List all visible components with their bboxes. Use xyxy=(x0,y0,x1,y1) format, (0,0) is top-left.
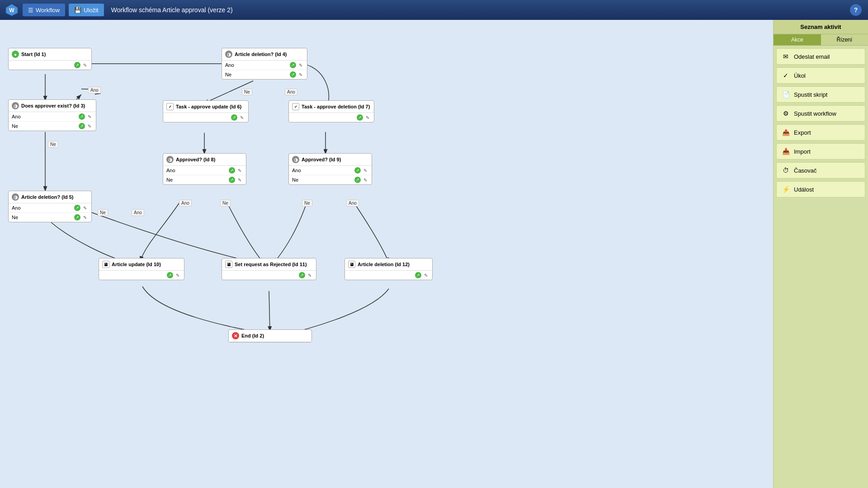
share-icon-n11[interactable]: ↗ xyxy=(299,272,305,278)
import-icon: 📥 xyxy=(781,147,790,156)
edit-icon-n9-ne[interactable]: ✎ xyxy=(362,177,368,183)
edit-icon-n11[interactable]: ✎ xyxy=(307,272,313,278)
main-area: ● Start (Id 1) ↗ ✎ Ano ◑ Does approver e… xyxy=(0,20,868,488)
node-end-label: End (Id 2) xyxy=(241,333,264,338)
node-n12[interactable]: 🖥 Article deletion (Id 12) ↗ ✎ xyxy=(344,258,433,280)
sidebar-item-export[interactable]: 📤 Export xyxy=(776,124,865,141)
sidebar-item-import[interactable]: 📥 Import xyxy=(776,143,865,160)
edit-icon-n12[interactable]: ✎ xyxy=(423,272,429,278)
edit-icon-n10[interactable]: ✎ xyxy=(175,272,181,278)
workflow-icon: ☰ xyxy=(28,7,33,14)
sidebar-item-email[interactable]: ✉ Odeslat email xyxy=(776,48,865,65)
sidebar-item-script-label: Spustit skript xyxy=(794,91,827,98)
node-n11[interactable]: 🖥 Set request as Rejected (Id 11) ↗ ✎ xyxy=(222,258,316,280)
node-n3[interactable]: ◑ Does approver exist? (Id 3) Ano ↗ ✎ Ne… xyxy=(8,99,96,131)
condition-icon-n9: ◑ xyxy=(292,156,299,163)
edit-icon-n9-ano[interactable]: ✎ xyxy=(362,167,368,174)
workflow-button[interactable]: ☰ Workflow xyxy=(23,4,65,16)
edit-icon-n8-ano[interactable]: ✎ xyxy=(236,167,243,174)
edit-icon-n5-ano[interactable]: ✎ xyxy=(82,205,88,211)
node-end-header: ✕ End (Id 2) xyxy=(229,330,311,342)
tab-rizeni[interactable]: Řízení xyxy=(821,34,868,45)
node-n10-label: Article update (Id 10) xyxy=(112,262,161,267)
share-icon-n3-ano[interactable]: ↗ xyxy=(79,113,85,120)
node-n8-header: ◑ Approved? (Id 8) xyxy=(163,154,246,166)
node-n3-ne: Ne ↗ ✎ xyxy=(9,122,96,131)
sidebar-items: ✉ Odeslat email ✓ Úkol 📄 Spustit skript … xyxy=(774,46,868,200)
share-icon[interactable]: ↗ xyxy=(74,62,80,68)
edit-icon-n6[interactable]: ✎ xyxy=(239,114,245,121)
node-n5-ano: Ano ↗ ✎ xyxy=(9,203,91,213)
share-icon-n10[interactable]: ↗ xyxy=(167,272,173,278)
share-icon-n4-ano[interactable]: ↗ xyxy=(290,62,296,68)
node-n5[interactable]: ◑ Article deletion? (Id 5) Ano ↗ ✎ Ne ↗ … xyxy=(8,191,92,222)
email-icon: ✉ xyxy=(781,52,790,61)
node-n9-ano: Ano ↗ ✎ xyxy=(289,166,372,175)
sidebar-item-udalost-label: Událost xyxy=(794,186,814,193)
save-button[interactable]: 💾 Uložit xyxy=(69,4,104,16)
share-icon-n5-ne[interactable]: ↗ xyxy=(74,214,80,221)
edit-icon-n7[interactable]: ✎ xyxy=(364,114,371,121)
node-n7-header: ✓ Task - approve deletion (Id 7) xyxy=(289,101,374,113)
node-n7-label: Task - approve deletion (Id 7) xyxy=(302,104,370,109)
task-icon-n7: ✓ xyxy=(292,103,299,110)
sidebar-item-udalost[interactable]: ⚡ Událost xyxy=(776,181,865,197)
node-n8-label: Approved? (Id 8) xyxy=(176,157,215,162)
share-icon-n12[interactable]: ↗ xyxy=(415,272,421,278)
node-end[interactable]: ✕ End (Id 2) xyxy=(228,329,312,343)
node-n7[interactable]: ✓ Task - approve deletion (Id 7) ↗ ✎ xyxy=(288,100,374,122)
edit-icon[interactable]: ✎ xyxy=(82,62,88,68)
node-n6-label: Task - approve update (Id 6) xyxy=(176,104,241,109)
share-icon-n9-ano[interactable]: ↗ xyxy=(354,167,361,174)
node-n10[interactable]: 🖥 Article update (Id 10) ↗ ✎ xyxy=(99,258,184,280)
edit-icon-n8-ne[interactable]: ✎ xyxy=(236,177,243,183)
arrows-svg xyxy=(0,20,773,488)
node-n8-ano: Ano ↗ ✎ xyxy=(163,166,246,175)
node-start-header: ● Start (Id 1) xyxy=(9,48,91,61)
share-icon-n3-ne[interactable]: ↗ xyxy=(79,123,85,129)
sidebar-header: Seznam aktivit xyxy=(774,20,868,34)
edit-icon-n4-ne[interactable]: ✎ xyxy=(297,71,304,78)
start-icon: ● xyxy=(12,51,19,58)
label-ano-n8: Ano xyxy=(179,200,192,206)
ukol-icon: ✓ xyxy=(781,71,790,80)
node-n9[interactable]: ◑ Approved? (Id 9) Ano ↗ ✎ Ne ↗ ✎ xyxy=(288,153,372,185)
node-n6[interactable]: ✓ Task - approve update (Id 6) ↗ ✎ xyxy=(163,100,249,122)
node-n11-label: Set request as Rejected (Id 11) xyxy=(235,262,307,267)
share-icon-n8-ne[interactable]: ↗ xyxy=(229,177,235,183)
share-icon-n7[interactable]: ↗ xyxy=(357,114,363,121)
edit-icon-n3-ne[interactable]: ✎ xyxy=(86,123,93,129)
save-icon: 💾 xyxy=(74,7,81,14)
node-n9-ne: Ne ↗ ✎ xyxy=(289,175,372,184)
label-ne-n8: Ne xyxy=(220,200,231,206)
sidebar-item-ukol[interactable]: ✓ Úkol xyxy=(776,67,865,84)
node-n8-ne: Ne ↗ ✎ xyxy=(163,175,246,184)
workflow-canvas[interactable]: ● Start (Id 1) ↗ ✎ Ano ◑ Does approver e… xyxy=(0,20,773,488)
tab-akce[interactable]: Akce xyxy=(774,34,821,45)
sidebar-item-import-label: Import xyxy=(794,148,811,155)
edit-icon-n5-ne[interactable]: ✎ xyxy=(82,214,88,221)
condition-icon-n3: ◑ xyxy=(12,102,19,109)
share-icon-n4-ne[interactable]: ↗ xyxy=(290,71,296,78)
edit-icon-n4-ano[interactable]: ✎ xyxy=(297,62,304,68)
node-n8[interactable]: ◑ Approved? (Id 8) Ano ↗ ✎ Ne ↗ ✎ xyxy=(163,153,246,185)
share-icon-n5-ano[interactable]: ↗ xyxy=(74,205,80,211)
help-button[interactable]: ? xyxy=(850,4,862,16)
node-start[interactable]: ● Start (Id 1) ↗ ✎ xyxy=(8,48,92,70)
node-n12-actions: ↗ ✎ xyxy=(345,271,432,280)
share-icon-n9-ne[interactable]: ↗ xyxy=(354,177,361,183)
condition-icon-n5: ◑ xyxy=(12,193,19,201)
node-n4[interactable]: ◑ Article deletion? (Id 4) Ano ↗ ✎ Ne ↗ … xyxy=(222,48,307,80)
share-icon-n6[interactable]: ↗ xyxy=(231,114,237,121)
node-n3-ano: Ano ↗ ✎ xyxy=(9,112,96,122)
edit-icon-n3-ano[interactable]: ✎ xyxy=(86,113,93,120)
task-icon-n6: ✓ xyxy=(166,103,174,110)
sidebar-item-workflow[interactable]: ⚙ Spustit workflow xyxy=(776,105,865,122)
share-icon-n8-ano[interactable]: ↗ xyxy=(229,167,235,174)
node-n6-actions: ↗ ✎ xyxy=(163,113,248,122)
node-n4-ano: Ano ↗ ✎ xyxy=(222,61,307,70)
sidebar-item-casovac[interactable]: ⏱ Časovač xyxy=(776,162,865,178)
node-start-label: Start (Id 1) xyxy=(21,52,46,57)
sidebar-item-script[interactable]: 📄 Spustit skript xyxy=(776,86,865,103)
svg-text:W: W xyxy=(9,7,14,14)
